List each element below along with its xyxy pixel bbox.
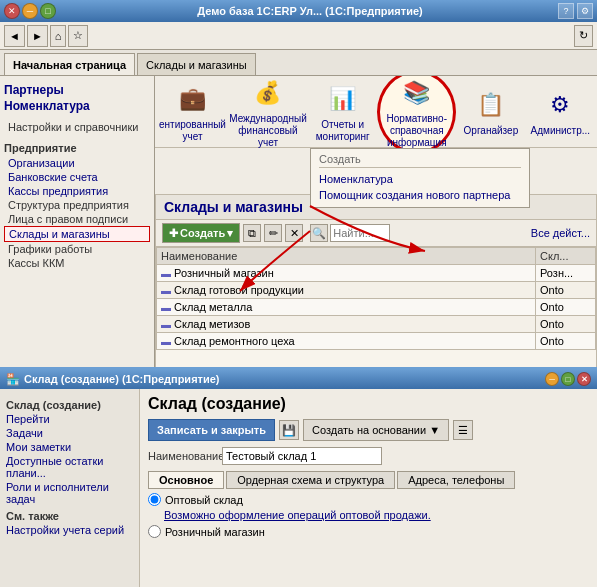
tab-addresses[interactable]: Адреса, телефоны: [397, 471, 515, 489]
sidebar-group-enterprise: Предприятие: [4, 140, 150, 156]
row-type: Розн...: [536, 265, 596, 282]
row-name: ▬ Склад метизов: [157, 316, 536, 333]
sidebar-item-partners[interactable]: Партнеры: [4, 82, 150, 98]
bottom-link-roles[interactable]: Роли и исполнители задач: [4, 480, 135, 506]
table-row[interactable]: ▬ Склад готовой продукцииOnto: [157, 282, 596, 299]
bottom-minimize-btn[interactable]: ─: [545, 372, 559, 386]
nav-icon-admin[interactable]: ⚙ Администр...: [526, 85, 595, 139]
sidebar-item-signers: Лица с правом подписи: [4, 212, 150, 226]
bottom-link-balances[interactable]: Доступные остатки плани...: [4, 454, 135, 480]
bottom-main: Склад (создание) Записать и закрыть 💾 Со…: [140, 389, 597, 587]
bottom-window: 🏪 Склад (создание) (1С:Предприятие) ─ □ …: [0, 367, 597, 587]
row-name: ▬ Склад готовой продукции: [157, 282, 536, 299]
nav-icon-accounting[interactable]: 💼 ентированный учет: [157, 79, 228, 145]
sidebar-item-cashboxes[interactable]: Кассы предприятия: [4, 184, 150, 198]
create-basis-button[interactable]: Создать на основании ▼: [303, 419, 449, 441]
bottom-title-controls: ─ □ ✕: [545, 372, 591, 386]
intl-finance-icon: 💰: [250, 76, 286, 111]
delete-icon[interactable]: ✕: [285, 224, 303, 242]
radio-retail-label: Розничный магазин: [165, 526, 265, 538]
main-toolbar: ◄ ► ⌂ ☆ ↻: [0, 22, 597, 50]
bottom-link-tasks[interactable]: Задачи: [4, 426, 135, 440]
save-close-button[interactable]: Записать и закрыть: [148, 419, 275, 441]
table-row[interactable]: ▬ Склад металлаOnto: [157, 299, 596, 316]
table-row[interactable]: ▬ Склад метизовOnto: [157, 316, 596, 333]
nsi-link-partner-wizard[interactable]: Помощник создания нового партнера: [319, 187, 521, 203]
edit-icon[interactable]: ✏: [264, 224, 282, 242]
accounting-icon: 💼: [174, 81, 210, 117]
sidebar-item-kkm: Кассы ККМ: [4, 256, 150, 270]
row-icon: ▬: [161, 285, 171, 296]
bottom-link-notes[interactable]: Мои заметки: [4, 440, 135, 454]
tab-basic[interactable]: Основное: [148, 471, 224, 489]
radio-wholesale-input[interactable]: [148, 493, 161, 506]
refresh-button[interactable]: ↻: [574, 25, 593, 47]
radio-retail-input[interactable]: [148, 525, 161, 538]
bottom-sidebar: Склад (создание) Перейти Задачи Мои заме…: [0, 389, 140, 587]
row-icon: ▬: [161, 268, 171, 279]
col-type: Скл...: [536, 248, 596, 265]
maximize-btn[interactable]: □: [40, 3, 56, 19]
titlebar-icons: ? ⚙: [558, 3, 593, 19]
bottom-link-navigate[interactable]: Перейти: [4, 412, 135, 426]
table-row[interactable]: ▬ Склад ремонтного цехаOnto: [157, 333, 596, 350]
close-btn[interactable]: ✕: [4, 3, 20, 19]
forward-button[interactable]: ►: [27, 25, 48, 47]
name-field-row: Наименование:: [148, 447, 589, 465]
radio-wholesale: Оптовый склад: [148, 493, 589, 506]
window-title: Демо база 1С:ERP Ул... (1С:Предприятие): [62, 5, 558, 17]
search-icon[interactable]: 🔍: [310, 224, 328, 242]
nav-icon-intl-finance-label: Международный финансовый учет: [229, 113, 307, 149]
bottom-tabs: Основное Ордерная схема и структура Адре…: [148, 471, 589, 489]
create-button[interactable]: ✚ Создать ▾: [162, 223, 240, 243]
search-input[interactable]: [330, 224, 390, 242]
sidebar-item-organizations[interactable]: Организации: [4, 156, 150, 170]
organizer-icon: 📋: [473, 87, 509, 123]
nav-icon-admin-label: Администр...: [531, 125, 591, 137]
nav-icon-nsi-label: Нормативно-справочная информация: [382, 113, 451, 149]
bottom-maximize-btn[interactable]: □: [561, 372, 575, 386]
help-icon[interactable]: ?: [558, 3, 574, 19]
create-basis-label: Создать на основании ▼: [312, 424, 440, 436]
create-icon: ✚: [169, 227, 178, 240]
sidebar-item-nomenclature[interactable]: Номенклатура: [4, 98, 150, 114]
tab-warehouses[interactable]: Склады и магазины: [137, 53, 256, 75]
name-input[interactable]: [222, 447, 382, 465]
bottom-sidebar-see-also: См. также: [4, 506, 135, 523]
nsi-dropdown-panel: Создать Номенклатура Помощник создания н…: [310, 148, 530, 208]
nav-icon-nsi[interactable]: 📚 Нормативно-справочная информация: [377, 76, 456, 154]
tab-main[interactable]: Начальная страница: [4, 53, 135, 75]
row-name: ▬ Склад металла: [157, 299, 536, 316]
nav-icon-intl-finance[interactable]: 💰 Международный финансовый учет: [228, 76, 308, 151]
row-type: Onto: [536, 333, 596, 350]
copy-icon[interactable]: ⧉: [243, 224, 261, 242]
nsi-link-nomenclature[interactable]: Номенклатура: [319, 171, 521, 187]
bottom-window-icon: 🏪: [6, 373, 20, 386]
wholesale-note-link[interactable]: Возможно оформление операций оптовой про…: [164, 509, 589, 521]
all-actions-link[interactable]: Все дейст...: [531, 227, 590, 239]
settings-icon[interactable]: ⚙: [577, 3, 593, 19]
create-label: Создать: [180, 227, 225, 239]
sidebar-item-structure: Структура предприятия: [4, 198, 150, 212]
bottom-close-btn[interactable]: ✕: [577, 372, 591, 386]
star-button[interactable]: ☆: [68, 25, 88, 47]
bottom-sidebar-title: Склад (создание): [4, 395, 135, 412]
minimize-btn[interactable]: ─: [22, 3, 38, 19]
name-label: Наименование:: [148, 450, 218, 462]
row-name: ▬ Розничный магазин: [157, 265, 536, 282]
bottom-save-icon[interactable]: 💾: [279, 420, 299, 440]
bottom-link-series-settings[interactable]: Настройки учета серий: [4, 523, 135, 537]
back-button[interactable]: ◄: [4, 25, 25, 47]
radio-retail: Розничный магазин: [148, 525, 589, 538]
home-button[interactable]: ⌂: [50, 25, 67, 47]
sidebar-item-bank-accounts[interactable]: Банковские счета: [4, 170, 150, 184]
nav-icon-reports[interactable]: 📊 Отчеты и мониторинг: [308, 79, 377, 145]
row-icon: ▬: [161, 319, 171, 330]
bottom-menu-icon[interactable]: ☰: [453, 420, 473, 440]
col-name: Наименование: [157, 248, 536, 265]
table-row[interactable]: ▬ Розничный магазинРозн...: [157, 265, 596, 282]
tab-order-structure[interactable]: Ордерная схема и структура: [226, 471, 395, 489]
sidebar-item-warehouses[interactable]: Склады и магазины: [4, 226, 150, 242]
nav-icon-organizer[interactable]: 📋 Органайзер: [456, 85, 525, 139]
nav-icon-reports-label: Отчеты и мониторинг: [310, 119, 375, 143]
